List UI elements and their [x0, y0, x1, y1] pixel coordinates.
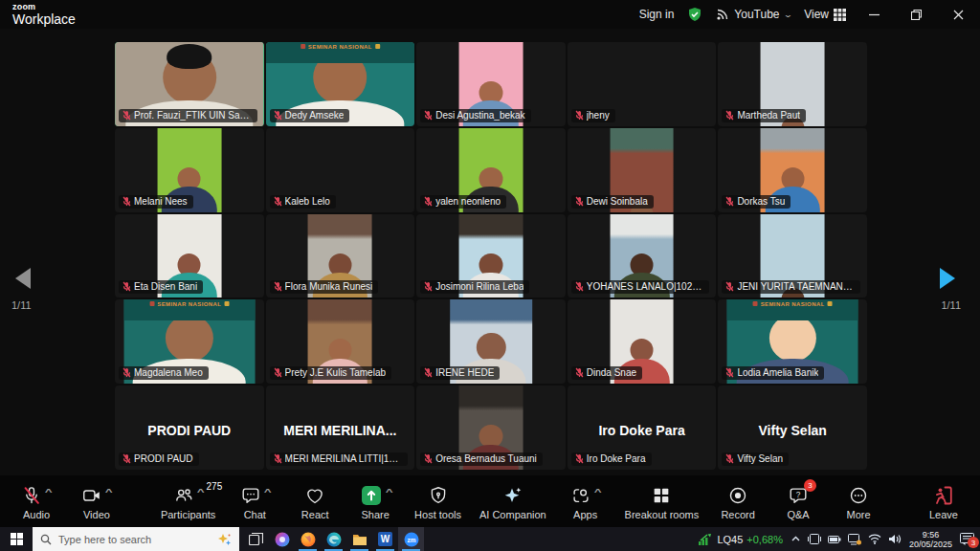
participant-name: PRODI PAUD	[134, 453, 193, 464]
toolbar-share-button[interactable]: ^Share	[354, 483, 396, 520]
participant-tile[interactable]: SEMINAR NASIONALDedy Amseke	[266, 42, 415, 126]
participant-name: JENI YURITA TAEMNANU|102...	[737, 281, 855, 292]
toolbar-label: Q&A	[787, 509, 809, 520]
tray-display-alert-icon[interactable]	[848, 534, 861, 545]
tray-battery-icon[interactable]	[828, 535, 841, 544]
participant-tile[interactable]: Dewi Soinbala	[568, 128, 717, 212]
taskbar-app-word[interactable]: W	[372, 527, 398, 551]
chevron-up-icon[interactable]: ^	[263, 487, 271, 496]
toolbar-more-button[interactable]: More	[837, 483, 880, 520]
search-input[interactable]: Type here to search	[33, 527, 239, 551]
start-button[interactable]	[0, 527, 33, 551]
participant-tile[interactable]: IRENE HEDE	[416, 299, 566, 384]
chevron-up-icon[interactable]: ^	[385, 487, 392, 496]
toolbar-label: React	[301, 509, 329, 520]
participant-tile[interactable]: Prof. Fauzi_FTIK UIN Saizu Purwo...	[115, 42, 264, 126]
chevron-up-icon[interactable]: ^	[45, 487, 53, 496]
view-button[interactable]: View	[804, 8, 846, 21]
participant-tile[interactable]: Vifty SelanVifty Selan	[718, 386, 867, 470]
close-button[interactable]	[944, 2, 972, 27]
toolbar-chat-button[interactable]: ^Chat	[234, 483, 276, 520]
sign-in-link[interactable]: Sign in	[639, 8, 675, 21]
participant-tile[interactable]: Flora Munika Runesi	[266, 214, 415, 298]
taskbar-app-edge[interactable]	[321, 527, 346, 551]
toolbar-audio-button[interactable]: ^Audio	[15, 483, 57, 520]
participant-name: Lodia Amelia Banik	[737, 367, 818, 378]
toolbar-leave-button[interactable]: Leave	[923, 483, 965, 520]
participant-tile[interactable]: Eta Disen Bani	[115, 214, 264, 298]
copilot-icon	[275, 532, 290, 547]
participant-tile[interactable]: Dinda Snae	[568, 299, 717, 384]
person-head	[769, 315, 816, 362]
action-center-button[interactable]: 3	[960, 533, 974, 545]
windows-taskbar: Type here to search Wzm LQ45 +0,68% 9:56…	[0, 527, 980, 551]
peci-hat	[167, 44, 212, 69]
previous-page-arrow[interactable]	[15, 268, 31, 289]
participant-tile[interactable]: Iro Doke ParaIro Doke Para	[568, 386, 717, 470]
meeting-area: Prof. Fauzi_FTIK UIN Saizu Purwo...SEMIN…	[0, 29, 980, 475]
participant-tile[interactable]: jheny	[568, 42, 717, 126]
participant-tile[interactable]: SEMINAR NASIONALMagdalena Meo	[115, 299, 264, 384]
taskbar-clock[interactable]: 9:56 20/05/2025	[909, 530, 952, 549]
tray-chevron-up-icon[interactable]	[791, 534, 801, 544]
participant-tile[interactable]: Prety J.E Kulis Tamelab	[266, 299, 415, 384]
next-page-arrow[interactable]	[940, 268, 955, 289]
live-stream-indicator[interactable]: YouTube ⌄	[716, 8, 791, 21]
participant-name-label: Dinda Snae	[571, 366, 642, 380]
participant-tile[interactable]: Melani Nees	[115, 128, 264, 212]
toolbar-breakout-rooms-button[interactable]: Breakout rooms	[625, 483, 700, 520]
participant-tile[interactable]: MERI MERILINA...MERI MERILINA LITTI|1022…	[266, 386, 415, 470]
chevron-up-icon[interactable]: ^	[197, 487, 205, 496]
toolbar-record-button[interactable]: Record	[717, 483, 759, 520]
minimize-button[interactable]	[859, 2, 888, 27]
chevron-up-icon[interactable]: ^	[105, 487, 113, 496]
tray-wifi-icon[interactable]	[868, 534, 881, 544]
toolbar-video-button[interactable]: ^Video	[76, 483, 118, 520]
toolbar-label: Share	[361, 509, 389, 520]
restore-button[interactable]	[902, 2, 930, 27]
participant-name-label: IRENE HEDE	[420, 366, 500, 380]
participant-name: Dedy Amseke	[285, 110, 345, 121]
security-shield-icon[interactable]	[687, 7, 702, 22]
toolbar-ai-companion-button[interactable]: AI Companion	[479, 483, 546, 520]
participant-tile[interactable]: JENI YURITA TAEMNANU|102...	[718, 214, 867, 298]
participant-name-label: yalen neonleno	[420, 195, 506, 209]
toolbar-participants-button[interactable]: ^275Participants	[161, 483, 215, 520]
participant-name-label: Dewi Soinbala	[571, 195, 654, 209]
taskbar-app-zoom[interactable]: zm	[398, 527, 424, 551]
seminar-banner: SEMINAR NASIONAL	[727, 299, 858, 320]
toolbar-host-tools-button[interactable]: Host tools	[414, 483, 461, 520]
chevron-up-icon[interactable]: ^	[594, 487, 602, 496]
participant-display-name: MERI MERILINA...	[266, 423, 415, 438]
participant-tile[interactable]: Martheda Paut	[718, 42, 867, 126]
taskbar-app-copilot[interactable]	[269, 527, 295, 551]
apps-icon	[570, 485, 591, 506]
toolbar-react-button[interactable]: React	[294, 483, 336, 520]
participant-tile[interactable]: Oresa Bernadus Tuauni	[416, 386, 566, 470]
participant-tile[interactable]: Desi Agustina_bekak	[416, 42, 566, 126]
stock-chart-icon	[699, 534, 713, 545]
participant-tile[interactable]: Dorkas Tsu	[718, 128, 867, 212]
tray-tablet-icon[interactable]	[808, 534, 821, 544]
participant-tile[interactable]: YOHANES LANALO|10220240...	[568, 214, 717, 298]
participant-tile[interactable]: Josimoni Rilina Leba	[416, 214, 566, 298]
banner-emblem	[753, 301, 758, 306]
qa-badge: 3	[804, 479, 816, 492]
taskbar-app-task-view[interactable]	[243, 527, 269, 551]
stock-ticker[interactable]: LQ45 +0,68%	[699, 534, 783, 545]
zoom-workplace-window: zoom Workplace Sign in YouTube ⌄ View	[0, 0, 980, 551]
toolbar-label: Chat	[244, 509, 266, 520]
shield-icon	[428, 485, 449, 506]
muted-mic-icon	[424, 281, 433, 292]
participant-tile[interactable]: Kaleb Lelo	[266, 128, 415, 212]
participant-display-name: Vifty Selan	[718, 423, 867, 438]
meeting-toolbar: ^Audio^Video^275Participants^ChatReact^S…	[0, 475, 980, 527]
toolbar-qa-button[interactable]: ?3Q&A	[777, 483, 819, 520]
taskbar-app-file-explorer[interactable]	[346, 527, 372, 551]
toolbar-apps-button[interactable]: ^Apps	[565, 483, 607, 520]
taskbar-app-firefox[interactable]	[295, 527, 321, 551]
tray-volume-icon[interactable]	[888, 534, 902, 544]
participant-tile[interactable]: yalen neonleno	[416, 128, 566, 212]
participant-tile[interactable]: SEMINAR NASIONALLodia Amelia Banik	[718, 299, 867, 384]
participant-tile[interactable]: PRODI PAUDPRODI PAUD	[115, 386, 264, 470]
